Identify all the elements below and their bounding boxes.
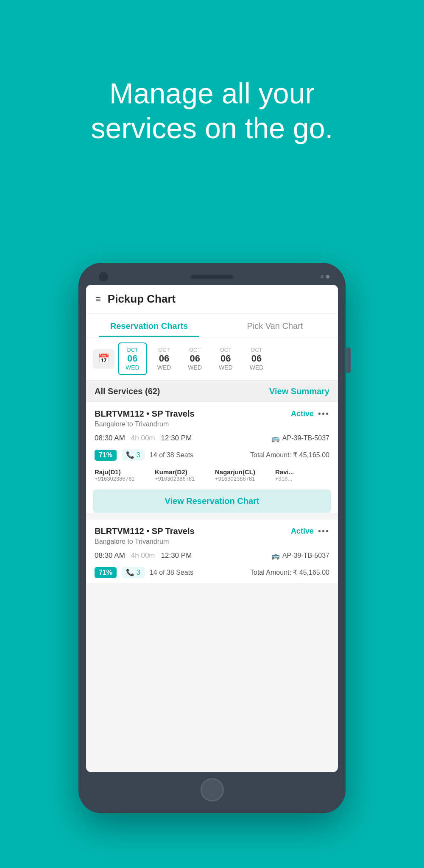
phone-icon-1: 📞 (126, 451, 134, 459)
depart-time-2: 08:30 AM (95, 551, 125, 560)
card-subtitle-1: Bangalore to Trivandrum (95, 420, 291, 428)
view-reservation-button-1[interactable]: View Reservation Chart (93, 490, 331, 513)
calendar-icon[interactable]: 📅 (93, 349, 114, 369)
tabs-bar: Reservation Charts Pick Van Chart (86, 314, 338, 337)
date-selector: 📅 OCT 06 WED OCT 06 WED OCT 06 WED O (86, 337, 338, 381)
date-item-5[interactable]: OCT 06 WED (243, 343, 271, 374)
card-header-1: BLRTVM112 • SP Travels Bangalore to Triv… (86, 402, 338, 432)
depart-time-1: 08:30 AM (95, 434, 125, 442)
card-title-block-2: BLRTVM112 • SP Travels Bangalore to Triv… (95, 526, 291, 545)
date-item-1[interactable]: OCT 06 WED (118, 342, 147, 375)
dot1 (321, 275, 324, 278)
card-title-1: BLRTVM112 • SP Travels (95, 409, 291, 419)
app-title: Pickup Chart (108, 292, 176, 306)
services-count: All Services (62) (95, 387, 160, 396)
passenger-3: Nagarjun(CL) +916302386781 (215, 468, 269, 482)
bus-icon-1: 🚌 (271, 434, 280, 442)
phone-screen: ≡ Pickup Chart Reservation Charts Pick V… (86, 285, 338, 772)
card-header-2: BLRTVM112 • SP Travels Bangalore to Triv… (86, 520, 338, 550)
bus-info-2: 🚌 AP-39-TB-5037 (271, 552, 329, 560)
phone-side-button (346, 348, 351, 373)
hero-line2: services on the go. (91, 112, 333, 144)
phone-home-button[interactable] (201, 778, 224, 801)
seats-text-2: 14 of 38 Seats (150, 569, 193, 576)
stats-row-2: 71% 📞 3 14 of 38 Seats Total Amount: ₹ 4… (86, 564, 338, 583)
app-header: ≡ Pickup Chart (86, 285, 338, 314)
card-subtitle-2: Bangalore to Trivandrum (95, 538, 291, 545)
phone-badge-2: 📞 3 (122, 567, 145, 578)
service-card-1: BLRTVM112 • SP Travels Bangalore to Triv… (86, 402, 338, 513)
time-row-2: 08:30 AM 4h 00m 12:30 PM 🚌 AP-39-TB-5037 (86, 550, 338, 564)
hamburger-icon[interactable]: ≡ (95, 294, 101, 305)
passenger-2: Kumar(D2) +916302386781 (155, 468, 209, 482)
tab-pick-van-chart[interactable]: Pick Van Chart (212, 314, 338, 337)
tab-reservation-charts[interactable]: Reservation Charts (86, 314, 212, 337)
phone-icon-2: 📞 (126, 568, 134, 576)
passenger-1: Raju(D1) +916302386781 (95, 468, 149, 482)
dot2 (326, 275, 329, 278)
phone-camera (99, 272, 108, 281)
bus-info-1: 🚌 AP-39-TB-5037 (271, 434, 329, 442)
status-badge-1: Active (291, 409, 314, 418)
date-item-3[interactable]: OCT 06 WED (181, 343, 209, 374)
more-options-button-1[interactable]: ••• (318, 409, 329, 419)
date-item-2[interactable]: OCT 06 WED (151, 343, 178, 374)
hero-line1: Manage all your (109, 77, 315, 109)
phone-top-bar (86, 275, 338, 279)
service-card-2: BLRTVM112 • SP Travels Bangalore to Triv… (86, 520, 338, 583)
status-badge-2: Active (291, 527, 314, 536)
hero-text: Manage all your services on the go. (0, 76, 424, 145)
arrive-time-2: 12:30 PM (161, 551, 192, 560)
passenger-4: Ravi... +916... (275, 468, 329, 482)
occupancy-badge-1: 71% (95, 450, 117, 461)
date-item-4[interactable]: OCT 06 WED (212, 343, 240, 374)
view-summary-button[interactable]: View Summary (269, 387, 329, 396)
bus-icon-2: 🚌 (271, 552, 280, 560)
passenger-row-1: Raju(D1) +916302386781 Kumar(D2) +916302… (86, 466, 338, 488)
duration-2: 4h 00m (131, 551, 155, 560)
bus-number-1: AP-39-TB-5037 (282, 434, 329, 442)
phone-badge-1: 📞 3 (122, 449, 145, 461)
card-status-block-2: Active ••• (291, 526, 329, 536)
duration-1: 4h 00m (131, 434, 155, 442)
card-status-block-1: Active ••• (291, 409, 329, 419)
card-title-block-1: BLRTVM112 • SP Travels Bangalore to Triv… (95, 409, 291, 428)
phone-mockup: ≡ Pickup Chart Reservation Charts Pick V… (78, 263, 346, 813)
stats-row-1: 71% 📞 3 14 of 38 Seats Total Amount: ₹ 4… (86, 447, 338, 466)
phone-status-dots (321, 275, 329, 278)
services-bar: All Services (62) View Summary (86, 381, 338, 402)
amount-text-2: Total Amount: ₹ 45,165.00 (250, 568, 329, 576)
time-row-1: 08:30 AM 4h 00m 12:30 PM 🚌 AP-39-TB-5037 (86, 432, 338, 447)
phone-bottom-bar (86, 778, 338, 801)
phone-shell: ≡ Pickup Chart Reservation Charts Pick V… (78, 263, 346, 813)
bus-number-2: AP-39-TB-5037 (282, 552, 329, 559)
card-title-2: BLRTVM112 • SP Travels (95, 526, 291, 536)
seats-text-1: 14 of 38 Seats (150, 451, 193, 459)
more-options-button-2[interactable]: ••• (318, 526, 329, 536)
arrive-time-1: 12:30 PM (161, 434, 192, 442)
occupancy-badge-2: 71% (95, 567, 117, 578)
amount-text-1: Total Amount: ₹ 45,165.00 (250, 451, 329, 459)
phone-speaker (191, 275, 233, 279)
